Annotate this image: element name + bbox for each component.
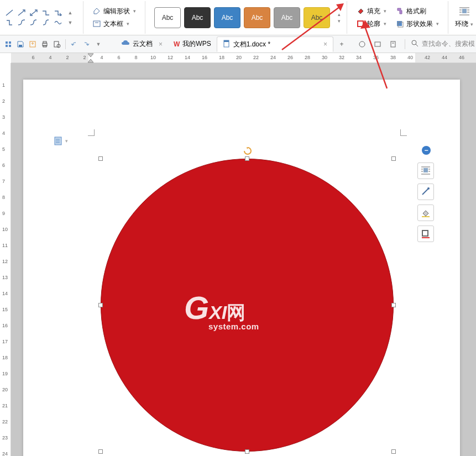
collapse-panel-icon[interactable]: − xyxy=(422,146,431,155)
style-swatch-2[interactable]: Abc xyxy=(214,7,240,28)
ruler-tick: 4 xyxy=(2,130,5,136)
ruler-tick: 3 xyxy=(2,114,5,120)
undo-icon[interactable] xyxy=(68,38,80,50)
double-arrow-icon[interactable] xyxy=(29,8,39,17)
style-swatch-0[interactable]: Abc xyxy=(154,7,181,28)
style-swatch-4[interactable]: Abc xyxy=(274,7,300,28)
style-swatch-1[interactable]: Abc xyxy=(184,7,211,28)
outline-label: 轮廓 xyxy=(367,19,380,29)
resize-handle-ml[interactable] xyxy=(98,303,103,307)
shape-selection-frame[interactable]: GXI网 system.com xyxy=(101,159,394,452)
gallery-up-icon[interactable]: ▴ xyxy=(336,12,342,17)
elbow-connector-icon[interactable] xyxy=(41,8,51,17)
ruler-tick: 4 xyxy=(100,55,103,60)
ruler-tick: 6 xyxy=(32,55,34,60)
ruler-tick: 22 xyxy=(253,55,259,60)
edit-shape-button[interactable]: 编辑形状 ▾ xyxy=(90,6,138,17)
ruler-tick: 34 xyxy=(356,55,362,60)
print-icon[interactable] xyxy=(39,38,51,50)
content-control-icon[interactable]: ▾ xyxy=(54,137,68,145)
circle-shape[interactable]: GXI网 system.com xyxy=(101,159,394,452)
qa-dropdown-icon[interactable]: ▼ xyxy=(92,38,104,50)
tab-mywps[interactable]: W 我的WPS xyxy=(168,36,217,52)
new-tab-button[interactable]: + xyxy=(336,38,348,50)
tab-cloud-label: 云文档 xyxy=(133,39,153,49)
svg-rect-41 xyxy=(423,168,428,172)
ruler-tick: 24 xyxy=(2,451,8,456)
svg-rect-5 xyxy=(358,21,363,27)
resize-handle-br[interactable] xyxy=(391,449,396,454)
horizontal-ruler: 6422468101214161820222426283032343638404… xyxy=(11,53,476,63)
close-icon[interactable]: × xyxy=(159,40,163,48)
line-icon[interactable] xyxy=(4,8,14,17)
ruler-tick: 17 xyxy=(2,339,8,344)
rotate-handle-icon[interactable] xyxy=(243,146,251,154)
resize-handle-tl[interactable] xyxy=(98,156,103,161)
style-gallery-section: AbcAbcAbcAbcAbcAbc ▴ ▾ xyxy=(145,1,347,34)
ruler-tick: 12 xyxy=(168,55,173,60)
toolbar-btn3-icon[interactable] xyxy=(387,38,399,50)
ruler-tick: 12 xyxy=(2,259,8,264)
edit-shape-label: 编辑形状 xyxy=(103,7,130,16)
freeform-icon[interactable] xyxy=(53,18,63,27)
elbow-double-icon[interactable] xyxy=(4,18,14,27)
close-icon[interactable]: × xyxy=(323,40,327,48)
gallery-down-icon[interactable]: ▾ xyxy=(336,18,342,24)
vertical-ruler: 123456789101112131415161718192021222324 xyxy=(0,63,11,456)
fill-color-icon[interactable] xyxy=(417,205,434,221)
svg-rect-25 xyxy=(43,41,46,43)
arrow-line-icon[interactable] xyxy=(17,8,27,17)
preview-icon[interactable] xyxy=(51,38,63,50)
curve-double-icon[interactable] xyxy=(41,18,51,27)
dropdown-icon: ▾ xyxy=(133,8,136,14)
ruler-tick: 20 xyxy=(2,387,8,392)
shape-effect-button[interactable]: 形状效果 ▾ xyxy=(393,18,441,30)
home-icon[interactable] xyxy=(2,38,14,50)
save-icon[interactable] xyxy=(14,38,27,50)
svg-rect-21 xyxy=(9,45,11,47)
resize-handle-bl[interactable] xyxy=(98,449,103,454)
fill-button[interactable]: 填充 ▾ xyxy=(354,6,389,17)
document-canvas[interactable]: ▾ GXI网 system.com − xyxy=(11,63,476,456)
shape-line-grid: ▲ ▼ xyxy=(4,8,79,27)
more-shapes-down-icon[interactable]: ▼ xyxy=(65,18,75,27)
svg-point-48 xyxy=(427,187,430,190)
search-placeholder[interactable]: 查找命令、搜索模 xyxy=(422,39,475,49)
search-icon[interactable] xyxy=(411,39,419,49)
style-swatch-5[interactable]: Abc xyxy=(304,7,330,28)
tab-cloud-doc[interactable]: 云文档 × xyxy=(116,36,168,52)
resize-handle-mr[interactable] xyxy=(391,303,396,307)
wrap-button[interactable]: 环绕▾ xyxy=(453,4,475,31)
ruler-tick: 1 xyxy=(2,82,5,88)
more-shapes-icon[interactable]: ▲ xyxy=(65,8,75,17)
outline-button[interactable]: 轮廓 ▾ xyxy=(354,18,389,30)
svg-rect-33 xyxy=(391,41,395,47)
toolbar-btn2-icon[interactable] xyxy=(372,38,384,50)
export-icon[interactable] xyxy=(27,38,39,50)
edit-points-icon[interactable] xyxy=(417,184,434,200)
tab-active-doc[interactable]: 文档1.docx * × xyxy=(217,36,333,52)
elbow-arrow-icon[interactable] xyxy=(53,8,63,17)
toolbar-btn-icon[interactable] xyxy=(356,38,368,50)
curve-arrow-icon[interactable] xyxy=(29,18,39,27)
textbox-button[interactable]: 文本框 ▾ xyxy=(90,18,138,30)
style-swatch-3[interactable]: Abc xyxy=(244,7,270,28)
ruler-tick: 26 xyxy=(287,55,293,60)
resize-handle-tr[interactable] xyxy=(391,156,396,161)
ruler-tick: 14 xyxy=(185,55,190,60)
outline-color-icon[interactable] xyxy=(417,226,434,242)
ruler-tick: 8 xyxy=(2,195,5,200)
svg-rect-22 xyxy=(19,45,22,47)
resize-handle-tm[interactable] xyxy=(245,156,249,161)
redo-icon[interactable] xyxy=(80,38,92,50)
svg-rect-3 xyxy=(93,21,100,27)
document-page: ▾ GXI网 system.com xyxy=(23,80,460,456)
layout-options-icon[interactable] xyxy=(417,163,434,179)
margin-corner-tl xyxy=(88,129,95,136)
dropdown-icon: ▾ xyxy=(127,21,129,27)
cloud-icon xyxy=(121,39,130,49)
curve-connector-icon[interactable] xyxy=(17,18,27,27)
svg-rect-18 xyxy=(6,41,8,44)
resize-handle-bm[interactable] xyxy=(245,449,249,454)
format-brush-button[interactable]: 格式刷 xyxy=(393,6,441,17)
